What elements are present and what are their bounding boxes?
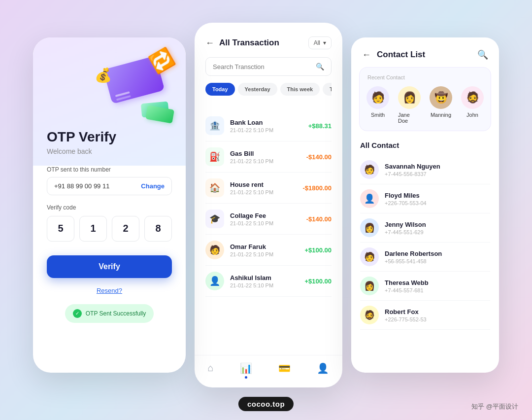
bottom-nav: ⌂ 📊 💳 👤: [195, 355, 342, 387]
table-row: 👤 Ashikul Islam 21-01-22 5:10 PM +$100.0…: [205, 266, 332, 297]
nav-user[interactable]: 👤: [317, 362, 329, 379]
contact-screen: ← Contact List 🔍 Recent Contact 🧑 Smith …: [351, 37, 499, 373]
otp-title: OTP Verify: [47, 129, 172, 145]
contact-name: Savannah Nguyen: [385, 163, 490, 170]
all-contact-title: All Contact: [360, 141, 490, 149]
contact-phone: +56-955-541-458: [385, 258, 490, 264]
trans-amount: -$1800.00: [302, 184, 332, 192]
chevron-down-icon: ▾: [323, 39, 326, 46]
floyd-avatar: 👤: [360, 189, 379, 208]
otp-digits: 5 1 2 8: [47, 216, 172, 242]
trans-title: All Transaction: [219, 38, 279, 48]
search-bar[interactable]: 🔍: [205, 57, 332, 76]
home-icon: ⌂: [208, 362, 214, 374]
janedoe-avatar: 👩: [398, 86, 421, 109]
success-check-icon: ✓: [73, 309, 82, 318]
contact-name: Jenny Wilson: [385, 221, 490, 228]
table-row: 🏠 House rent 21-01-22 5:10 PM -$1800.00: [205, 173, 332, 204]
ashikul-avatar: 👤: [205, 272, 224, 290]
trans-name: Gas Bill: [230, 150, 300, 157]
contact-details: Jenny Wilson +7-445-551-629: [385, 221, 490, 235]
trans-header: ← All Transaction All ▾ 🔍 Today Yesterda…: [195, 23, 342, 105]
janedoe-name: Jane Doe: [398, 112, 421, 124]
resend-link[interactable]: Resend?: [47, 287, 172, 294]
trans-top-row: ← All Transaction All ▾: [205, 36, 332, 49]
trans-info: Ashikul Islam 21-01-22 5:10 PM: [230, 274, 299, 288]
success-text: OTP Sent Successfully: [86, 310, 146, 317]
contact-details: Floyd Miles +226-705-553-04: [385, 192, 490, 206]
house-icon: 🏠: [205, 178, 224, 197]
digit-1[interactable]: 5: [47, 216, 74, 242]
verify-button[interactable]: Verify: [47, 255, 172, 278]
digit-2[interactable]: 1: [79, 216, 107, 242]
digit-4[interactable]: 8: [144, 216, 172, 242]
digit-3[interactable]: 2: [112, 216, 139, 242]
otp-content: OTP Verify Welcome back OTP sent to this…: [47, 129, 172, 358]
recent-contact-smith[interactable]: 🧑 Smith: [366, 86, 389, 124]
trans-amount: +$100.00: [304, 246, 332, 254]
smith-name: Smith: [371, 112, 385, 118]
gas-icon: ⛽: [205, 147, 224, 166]
trans-filter[interactable]: All ▾: [308, 36, 332, 49]
list-item[interactable]: 👩 Theresa Webb +7-445-557-681: [360, 272, 490, 301]
list-item[interactable]: 👤 Floyd Miles +226-705-553-04: [360, 184, 490, 213]
list-item[interactable]: 🧑 Savannah Nguyen +7-445-556-8337: [360, 155, 490, 184]
contact-details: Savannah Nguyen +7-445-556-8337: [385, 163, 490, 177]
contact-title: Contact List: [377, 50, 425, 60]
college-icon: 🎓: [205, 210, 224, 228]
otp-success-banner: ✓ OTP Sent Successfully: [65, 304, 154, 323]
recent-section: Recent Contact 🧑 Smith 👩 Jane Doe 🤠 Mann…: [359, 67, 491, 131]
jenny-avatar: 👩: [360, 218, 379, 237]
watermark: cocoo.top: [238, 397, 294, 411]
transaction-list: 🏦 Bank Loan 21-01-22 5:10 PM +$88.31 ⛽ G…: [195, 105, 342, 355]
recent-contact-manning[interactable]: 🤠 Manning: [430, 86, 452, 124]
bank-icon: 🏦: [205, 116, 224, 135]
search-icon: 🔍: [316, 63, 324, 70]
contact-header-left: ← Contact List: [362, 50, 425, 60]
list-item[interactable]: 🧔 Robert Fox +226-775-552-53: [360, 301, 490, 330]
tab-this-week[interactable]: This week: [280, 83, 320, 96]
trans-amount: -$140.00: [306, 153, 332, 161]
trans-tabs: Today Yesterday This week This: [205, 83, 332, 96]
back-arrow-icon[interactable]: ←: [205, 38, 214, 48]
contact-name: Theresa Webb: [385, 279, 490, 286]
tab-today[interactable]: Today: [205, 83, 235, 96]
theresa-avatar: 👩: [360, 277, 379, 295]
tab-this-month[interactable]: This: [323, 83, 332, 96]
phone-label: OTP sent to this number: [47, 166, 172, 173]
trans-date: 21-01-22 5:10 PM: [230, 282, 299, 288]
tab-yesterday[interactable]: Yesterday: [238, 83, 277, 96]
nav-chart[interactable]: 📊: [240, 362, 252, 379]
darlene-avatar: 🧑: [360, 247, 379, 266]
phone-row: +91 88 99 00 99 11 Change: [47, 177, 172, 195]
trans-amount: +$88.31: [308, 122, 332, 130]
savannah-avatar: 🧑: [360, 160, 379, 179]
nav-home[interactable]: ⌂: [208, 362, 214, 379]
recent-contact-janedoe[interactable]: 👩 Jane Doe: [398, 86, 421, 124]
list-item[interactable]: 🧑 Darlene Robertson +56-955-541-458: [360, 243, 490, 272]
nav-card[interactable]: 💳: [278, 362, 291, 379]
all-contact-section: All Contact 🧑 Savannah Nguyen +7-445-556…: [351, 136, 499, 373]
contact-back-icon[interactable]: ←: [362, 50, 371, 60]
smith-avatar: 🧑: [366, 86, 389, 109]
john-name: John: [466, 112, 478, 118]
otp-subtitle: Welcome back: [47, 147, 172, 155]
recent-contact-john[interactable]: 🧔 John: [461, 86, 484, 124]
trans-name: Bank Loan: [230, 119, 302, 126]
trans-date: 21-01-22 5:10 PM: [230, 127, 302, 133]
trans-info: Gas Bill 21-01-22 5:10 PM: [230, 150, 300, 164]
active-dot: [245, 376, 247, 379]
search-input[interactable]: [213, 63, 312, 70]
table-row: 🎓 Collage Fee 21-01-22 5:10 PM -$140.00: [205, 204, 332, 235]
table-row: 🏦 Bank Loan 21-01-22 5:10 PM +$88.31: [205, 110, 332, 141]
contact-phone: +226-705-553-04: [385, 200, 490, 206]
trans-date: 21-01-22 5:10 PM: [230, 220, 300, 226]
list-item[interactable]: 👩 Jenny Wilson +7-445-551-629: [360, 213, 490, 243]
contact-search-icon[interactable]: 🔍: [477, 49, 488, 60]
change-link[interactable]: Change: [141, 182, 165, 190]
contact-details: Robert Fox +226-775-552-53: [385, 308, 490, 322]
john-avatar: 🧔: [461, 86, 484, 109]
trans-name: Omar Faruk: [230, 243, 299, 250]
trans-title-row: ← All Transaction: [205, 38, 279, 48]
trans-amount: +$100.00: [304, 278, 332, 285]
